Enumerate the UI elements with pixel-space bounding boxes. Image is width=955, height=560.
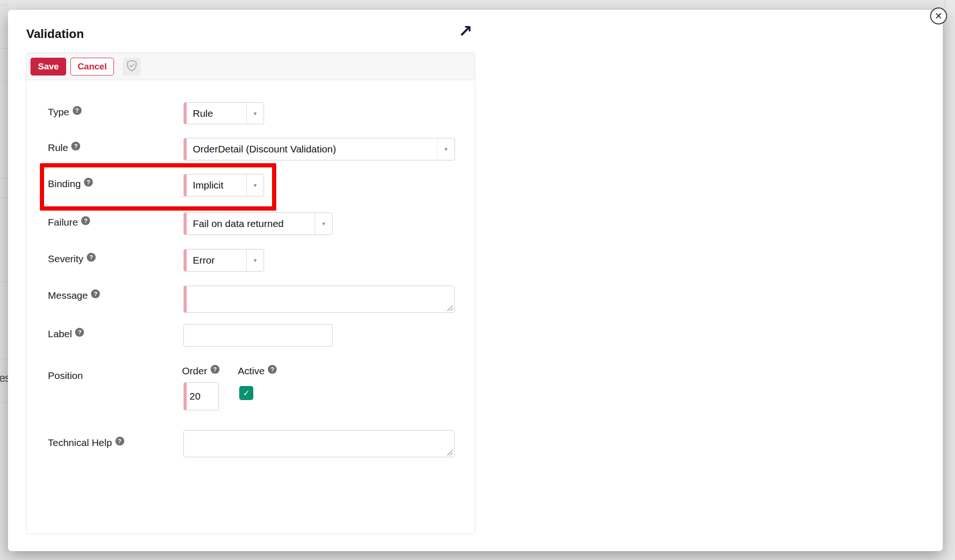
message-label: Message? bbox=[48, 289, 100, 301]
rule-label: Rule? bbox=[48, 142, 80, 153]
severity-label-text: Severity bbox=[48, 253, 83, 264]
label-label: Label? bbox=[48, 328, 84, 340]
rule-select-value: OrderDetail (Discount Validation) bbox=[187, 138, 437, 160]
close-icon: ✕ bbox=[935, 10, 943, 22]
label-field-box bbox=[183, 324, 333, 347]
help-icon[interactable]: ? bbox=[211, 365, 220, 374]
chevron-down-icon: ▼ bbox=[321, 221, 326, 227]
order-input[interactable] bbox=[187, 383, 219, 410]
close-button[interactable]: ✕ bbox=[930, 8, 947, 24]
background-page-strip: es bbox=[0, 0, 8, 560]
active-label: Active? bbox=[238, 365, 277, 377]
label-input[interactable] bbox=[184, 325, 332, 346]
failure-label: Failure? bbox=[48, 216, 90, 228]
order-label-text: Order bbox=[182, 365, 207, 376]
technical-help-label: Technical Help? bbox=[48, 437, 124, 448]
dropdown-arrow-box: ▼ bbox=[246, 174, 264, 196]
help-icon[interactable]: ? bbox=[81, 216, 90, 225]
cancel-button[interactable]: Cancel bbox=[70, 58, 114, 76]
help-icon[interactable]: ? bbox=[115, 437, 124, 446]
form-toolbar: Save Cancel bbox=[26, 53, 475, 80]
background-divider bbox=[0, 48, 8, 49]
severity-select[interactable]: Error ▼ bbox=[183, 249, 264, 272]
rule-label-text: Rule bbox=[48, 142, 68, 153]
validation-modal: ✕ Validation ↗ Save Cancel Type? Rule bbox=[8, 10, 943, 551]
background-divider bbox=[0, 402, 8, 403]
background-divider bbox=[0, 81, 8, 82]
dropdown-arrow-box: ▼ bbox=[246, 103, 264, 124]
background-divider bbox=[0, 281, 8, 282]
message-label-text: Message bbox=[48, 290, 88, 301]
technical-help-textarea[interactable] bbox=[184, 431, 454, 457]
active-checkbox[interactable]: ✓ bbox=[239, 386, 253, 400]
background-divider bbox=[0, 5, 8, 5]
dropdown-arrow-box: ▼ bbox=[246, 250, 264, 271]
help-icon[interactable]: ? bbox=[71, 142, 80, 151]
binding-select[interactable]: Implicit ▼ bbox=[183, 174, 264, 197]
chevron-down-icon: ▼ bbox=[444, 146, 449, 152]
type-label-text: Type bbox=[48, 106, 69, 117]
help-icon[interactable]: ? bbox=[84, 178, 93, 187]
failure-select[interactable]: Fail on data returned ▼ bbox=[183, 212, 333, 235]
background-edge-line bbox=[945, 0, 945, 8]
severity-label: Severity? bbox=[48, 253, 96, 265]
failure-select-value: Fail on data returned bbox=[187, 213, 315, 235]
type-select[interactable]: Rule ▼ bbox=[183, 102, 264, 124]
help-icon[interactable]: ? bbox=[268, 365, 277, 374]
binding-label: Binding? bbox=[48, 178, 93, 189]
active-label-text: Active bbox=[238, 365, 265, 376]
binding-select-value: Implicit bbox=[187, 174, 246, 196]
validate-button[interactable] bbox=[123, 58, 141, 76]
dropdown-arrow-box: ▼ bbox=[437, 138, 455, 160]
failure-label-text: Failure bbox=[48, 217, 78, 227]
dropdown-arrow-box: ▼ bbox=[315, 213, 332, 235]
shield-check-icon bbox=[126, 60, 137, 73]
help-icon[interactable]: ? bbox=[91, 289, 100, 298]
check-icon: ✓ bbox=[243, 388, 250, 398]
severity-select-value: Error bbox=[187, 250, 246, 271]
type-label: Type? bbox=[48, 106, 82, 118]
message-field-box bbox=[183, 286, 455, 313]
label-label-text: Label bbox=[48, 328, 72, 339]
chevron-down-icon: ▼ bbox=[253, 182, 258, 188]
help-icon[interactable]: ? bbox=[75, 328, 84, 337]
order-label: Order? bbox=[182, 365, 220, 377]
validation-form-panel: Save Cancel Type? Rule ▼ Rule? bbox=[26, 53, 475, 534]
background-divider bbox=[0, 178, 8, 178]
modal-title: Validation bbox=[26, 27, 84, 41]
chevron-down-icon: ▼ bbox=[253, 257, 258, 263]
message-textarea[interactable] bbox=[187, 286, 454, 312]
technical-help-field-box bbox=[183, 430, 455, 457]
position-label: Position bbox=[48, 370, 83, 381]
chevron-down-icon: ▼ bbox=[253, 111, 258, 116]
background-divider bbox=[0, 359, 8, 359]
help-icon[interactable]: ? bbox=[73, 106, 82, 115]
background-clipped-text: es bbox=[0, 371, 8, 385]
type-select-value: Rule bbox=[187, 103, 246, 124]
rule-select[interactable]: OrderDetail (Discount Validation) ▼ bbox=[183, 138, 455, 160]
background-divider bbox=[0, 198, 8, 198]
binding-label-text: Binding bbox=[48, 178, 81, 189]
help-icon[interactable]: ? bbox=[87, 253, 96, 262]
expand-icon[interactable]: ↗ bbox=[458, 23, 472, 40]
order-field-box bbox=[183, 382, 219, 410]
save-button[interactable]: Save bbox=[30, 58, 66, 76]
technical-help-label-text: Technical Help bbox=[48, 437, 112, 448]
